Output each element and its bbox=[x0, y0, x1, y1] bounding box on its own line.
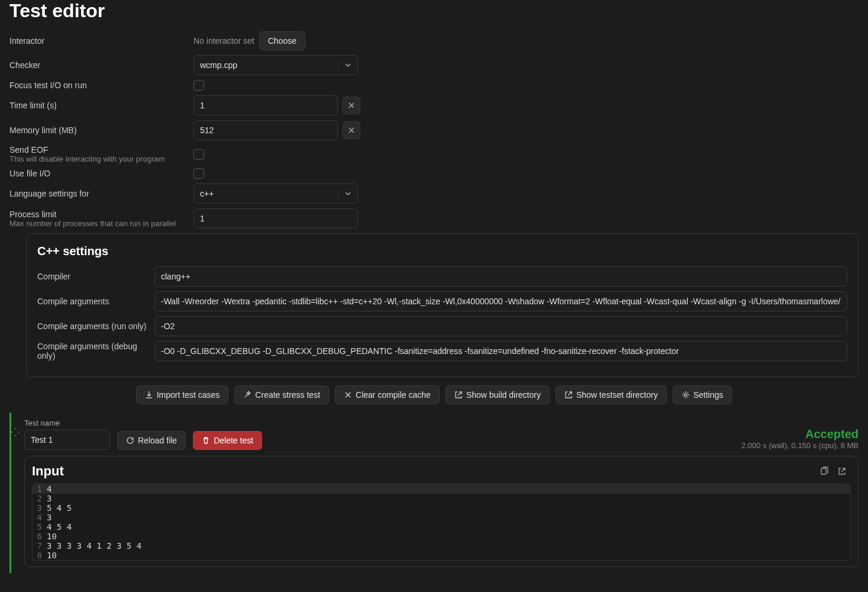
import-test-cases-button[interactable]: Import test cases bbox=[136, 385, 229, 404]
trash-icon bbox=[202, 436, 210, 445]
code-line: 14 bbox=[33, 484, 850, 494]
compile-args-input[interactable] bbox=[154, 291, 847, 311]
compile-args-debug-label: Compile arguments (debug only) bbox=[37, 342, 150, 361]
compiler-input[interactable] bbox=[154, 266, 847, 287]
line-number: 8 bbox=[33, 551, 47, 560]
memory-limit-label: Memory limit (MB) bbox=[9, 126, 189, 135]
svg-point-0 bbox=[685, 394, 687, 396]
use-file-io-label: Use file I/O bbox=[9, 169, 189, 178]
compile-args-run-input[interactable] bbox=[154, 316, 847, 336]
status-meta: 2.000 s (wall), 0.150 s (cpu), 8 MB bbox=[741, 441, 859, 450]
reload-icon bbox=[126, 436, 134, 445]
code-line: 73 3 3 3 4 1 2 3 5 4 bbox=[33, 541, 850, 551]
wand-icon bbox=[243, 391, 251, 399]
use-file-io-checkbox[interactable] bbox=[193, 168, 204, 179]
show-build-directory-button[interactable]: Show build directory bbox=[446, 385, 550, 404]
external-link-icon bbox=[564, 391, 573, 399]
interactor-value: No interactor set bbox=[193, 36, 254, 46]
line-content: 5 4 5 bbox=[47, 503, 72, 513]
svg-rect-1 bbox=[821, 468, 826, 474]
checker-label: Checker bbox=[9, 60, 189, 70]
test-block: Test name Reload file Delete test Accept… bbox=[9, 413, 859, 573]
choose-interactor-button[interactable]: Choose bbox=[259, 31, 305, 50]
chevron-down-icon bbox=[338, 62, 351, 69]
drag-handle-icon[interactable] bbox=[10, 427, 21, 437]
cpp-settings-heading: C++ settings bbox=[37, 244, 847, 258]
line-content: 3 bbox=[47, 494, 51, 503]
checker-value: wcmp.cpp bbox=[200, 60, 237, 70]
language-label: Language settings for bbox=[9, 189, 189, 198]
compile-args-run-label: Compile arguments (run only) bbox=[37, 321, 150, 331]
send-eof-label: Send EOF This will disable interacting w… bbox=[9, 145, 189, 163]
cpp-settings-panel: C++ settings Compiler Compile arguments … bbox=[26, 233, 859, 377]
page-title: Test editor bbox=[9, 0, 859, 22]
line-content: 3 3 3 3 4 1 2 3 5 4 bbox=[47, 541, 141, 551]
clear-compile-cache-button[interactable]: Clear compile cache bbox=[335, 385, 440, 404]
code-line: 35 4 5 bbox=[33, 503, 850, 513]
memory-limit-input[interactable] bbox=[193, 120, 338, 140]
line-content: 4 bbox=[47, 484, 51, 494]
compiler-label: Compiler bbox=[37, 272, 150, 281]
external-link-icon bbox=[837, 466, 847, 476]
time-limit-label: Time limit (s) bbox=[9, 101, 189, 110]
close-icon bbox=[344, 391, 352, 399]
compile-args-debug-input[interactable] bbox=[154, 341, 847, 361]
open-input-external-button[interactable] bbox=[833, 462, 851, 480]
line-number: 4 bbox=[33, 513, 47, 522]
input-editor[interactable]: 142335 4 54354 5 461073 3 3 3 4 1 2 3 5 … bbox=[32, 484, 851, 561]
line-content: 10 bbox=[47, 532, 57, 541]
chevron-down-icon bbox=[338, 190, 351, 197]
copy-input-button[interactable] bbox=[815, 462, 833, 480]
action-bar: Import test cases Create stress test Cle… bbox=[9, 385, 859, 404]
clear-memory-button[interactable] bbox=[343, 121, 360, 139]
process-limit-input[interactable] bbox=[193, 208, 358, 229]
external-link-icon bbox=[454, 391, 463, 399]
code-line: 610 bbox=[33, 532, 850, 541]
focus-io-label: Focus test I/O on run bbox=[9, 81, 189, 90]
code-line: 23 bbox=[33, 494, 850, 503]
compile-args-label: Compile arguments bbox=[37, 297, 150, 306]
copy-icon bbox=[819, 466, 829, 476]
reload-file-button[interactable]: Reload file bbox=[117, 431, 186, 450]
interactor-label: Interactor bbox=[9, 36, 189, 46]
line-number: 2 bbox=[33, 494, 47, 503]
input-heading: Input bbox=[32, 464, 64, 479]
test-name-input[interactable] bbox=[24, 430, 110, 450]
input-panel: Input 142335 4 54354 5 461073 3 3 3 4 1 … bbox=[24, 456, 859, 567]
line-number: 6 bbox=[33, 532, 47, 541]
focus-io-checkbox[interactable] bbox=[193, 80, 204, 91]
language-value: c++ bbox=[200, 189, 214, 198]
line-number: 1 bbox=[33, 484, 47, 494]
test-name-label: Test name bbox=[24, 419, 110, 427]
line-content: 4 5 4 bbox=[47, 522, 72, 532]
close-icon bbox=[348, 127, 355, 134]
time-limit-input[interactable] bbox=[193, 95, 338, 115]
language-select[interactable]: c++ bbox=[193, 184, 358, 204]
code-line: 54 5 4 bbox=[33, 522, 850, 532]
code-line: 43 bbox=[33, 513, 850, 522]
delete-test-button[interactable]: Delete test bbox=[193, 431, 262, 450]
checker-select[interactable]: wcmp.cpp bbox=[193, 55, 358, 75]
line-number: 7 bbox=[33, 541, 47, 551]
line-number: 3 bbox=[33, 503, 47, 513]
settings-button[interactable]: Settings bbox=[673, 385, 733, 404]
line-number: 5 bbox=[33, 522, 47, 532]
line-content: 10 bbox=[47, 551, 57, 560]
code-line: 810 bbox=[33, 551, 850, 560]
process-limit-label: Process limit Max number of processes th… bbox=[9, 210, 189, 228]
status-badge: Accepted bbox=[741, 427, 859, 441]
close-icon bbox=[348, 102, 355, 109]
clear-time-button[interactable] bbox=[343, 96, 360, 114]
send-eof-checkbox[interactable] bbox=[193, 149, 204, 160]
line-content: 3 bbox=[47, 513, 51, 522]
show-testset-directory-button[interactable]: Show testset directory bbox=[556, 385, 667, 404]
gear-icon bbox=[682, 391, 690, 399]
create-stress-test-button[interactable]: Create stress test bbox=[234, 385, 329, 404]
download-icon bbox=[145, 391, 153, 399]
